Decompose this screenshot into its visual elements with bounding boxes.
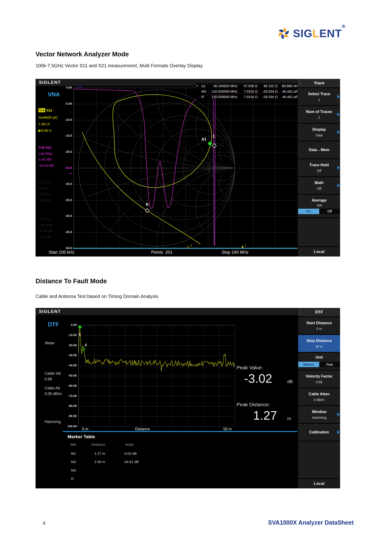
bottom-marker3-label: 3 (190, 244, 192, 247)
local-button[interactable]: Local (298, 479, 340, 488)
menu-item-num-of-traces[interactable]: Num of Traces 2 (298, 106, 340, 123)
menu-title-dtf: DTF (298, 308, 340, 316)
siglent-pinwheel-icon (277, 27, 291, 40)
menu-item-value: Hamming (312, 416, 326, 419)
menu-item-value: 2 (318, 116, 320, 119)
menu-item-select-trace[interactable]: Select Trace 1 (298, 88, 340, 105)
trace-d-entry: TrD S11 (38, 217, 51, 221)
toggle-feet[interactable]: Feet (319, 362, 340, 367)
table-cell: M3 (71, 468, 76, 472)
menu-empty-slot (298, 218, 340, 246)
dtf-y-axis: 0.00-10.00-20.00-30.00-40.00-50.00-60.00… (58, 325, 77, 426)
start-freq-label: Start 100 kHz (49, 250, 74, 255)
y-axis-tick: -80.00 (68, 404, 77, 408)
menu-item-value: Off (317, 187, 321, 190)
dtf-x-stop-label: 50 m (223, 427, 232, 431)
dtf-marker1-label: 1 (79, 332, 81, 336)
menu-item-label: Velocity Factor (306, 374, 333, 379)
menu-item-value: Off (317, 169, 321, 173)
local-button[interactable]: Local (298, 247, 340, 256)
peak-distance-unit: m (287, 416, 291, 421)
trace-c-scale: 180.00 ° (38, 192, 52, 196)
y-axis-tick: 0.00 (66, 86, 72, 89)
marker-readout-row: R 120.050000 MHz 7.0316 Ω -28.534 Ω 46.4… (196, 94, 298, 99)
siglent-logo: SIGLENT® (277, 27, 346, 40)
dtf-plot-area: 1 2 (78, 325, 235, 427)
dtf-trace (78, 329, 235, 371)
table-cell: -24.61 dB (123, 460, 139, 464)
trace-b-ref: -25.00 dB (38, 163, 54, 167)
unit-toggle: Meters Feet (298, 362, 340, 367)
menu-item-value: 1 (318, 98, 320, 102)
y-axis-tick: -70.00 (68, 394, 77, 398)
vna-screenshot: SIGLENT VNA TrA S11 Smith(R+jX) 1.00 U/ … (35, 79, 340, 256)
dtf-x-start-label: 0 m (82, 427, 88, 431)
menu-item-label: Math (315, 181, 323, 185)
cable-att-label: Cable Att (45, 386, 60, 390)
peak-value-number: -3.02 (244, 371, 272, 386)
menu-item-trace-hold[interactable]: Trace Hold Off (298, 159, 340, 176)
col-distance: Distance (91, 443, 105, 446)
marker-readout: > Δ1 36.164925 MHz 57.056 Ω 96.102 Ω 68.… (196, 83, 298, 99)
toggle-meters[interactable]: Meters (298, 362, 319, 367)
menu-item-calibration[interactable]: Calibration (298, 424, 340, 441)
stop-freq-label: Stop 240 MHz (222, 250, 249, 255)
trace-b-entry[interactable]: TrB S21 (38, 145, 52, 149)
menu-item-velocity-factor[interactable]: Velocity Factor 0.66 (298, 370, 340, 388)
y-axis-tick: -30.00 (68, 353, 77, 357)
vna-screen-brand: SIGLENT (35, 80, 61, 85)
readout-name: R (202, 95, 207, 99)
menu-item-average[interactable]: Average 100 On Off (298, 195, 340, 217)
table-cell: M1 (71, 451, 76, 456)
menu-item-stop-distance[interactable]: Stop Distance 50 m (298, 335, 340, 352)
menu-item-unit[interactable]: Unit Meters Feet (298, 353, 340, 370)
smith-chart-grid (74, 88, 298, 249)
menu-empty-slot (298, 442, 340, 478)
readout-x: -28.534 Ω (261, 90, 278, 93)
menu-item-label: Select Trace (308, 92, 330, 96)
footer-document-title: SVA1000X Analyzer DataSheet (268, 519, 354, 526)
dtf-soft-menu: DTF Start Distance 0 m Stop Distance 50 … (298, 308, 340, 488)
trace-b-scale: 5.00 dB/ (38, 157, 52, 161)
menu-item-label: Data→Mem (309, 148, 329, 152)
readout-freq: 36.164925 MHz (210, 84, 238, 88)
y-axis-tick: -25.0 (65, 166, 72, 170)
points-value: 201 (165, 250, 173, 255)
sweep-progress-bar (73, 248, 297, 249)
menu-item-value: 100 (316, 203, 322, 207)
trace-a-meas: S11 (46, 108, 52, 112)
menu-item-cable-atten[interactable]: Cable Atten 0 dB/m (298, 388, 340, 405)
menu-item-label: Cable Atten (308, 392, 329, 396)
menu-title-trace: Trace (298, 79, 340, 87)
trace-s21-logmag (74, 89, 297, 245)
page-number: 4 (43, 520, 45, 526)
section1-title: Vector Network Analyzer Mode (35, 51, 129, 58)
marker-readout-row: M3 120.050000 MHz 7.0316 Ω -28.534 Ω 46.… (196, 89, 298, 94)
trace-a-scale: 1.00 U/ (38, 122, 50, 126)
readout-freq: 120.050000 MHz (210, 95, 238, 99)
menu-item-data-to-mem[interactable]: Data→Mem (298, 141, 340, 159)
marker-1-diamond (212, 144, 216, 148)
trace-b-ref-triangle: ▲ (69, 171, 72, 174)
y-axis-tick: -90.00 (68, 414, 77, 418)
table-cell: -3.02 dB (123, 451, 137, 456)
marker-r-label: R (146, 202, 149, 207)
menu-grip-icon (299, 81, 300, 85)
menu-item-window[interactable]: Window Hamming (298, 406, 340, 423)
trace-d-ref: 0.00 dB (38, 235, 51, 239)
dtf-screenshot: SIGLENT DTF Meter Cable Vel 0.66 Cable A… (35, 308, 340, 488)
y-axis-tick: -40.0 (65, 214, 72, 218)
readout-r: 7.0316 Ω (241, 90, 258, 93)
trace-a-entry[interactable]: TrA S11 (38, 108, 52, 112)
menu-item-display[interactable]: Display Data (298, 124, 340, 141)
menu-item-value: 50 m (315, 345, 323, 348)
toggle-off[interactable]: Off (319, 209, 340, 214)
y-axis-tick: -50.0 (65, 246, 72, 250)
menu-item-label: Trace Hold (309, 163, 329, 167)
menu-item-start-distance[interactable]: Start Distance 0 m (298, 317, 340, 334)
menu-item-math[interactable]: Math Off (298, 177, 340, 194)
toggle-on[interactable]: On (298, 209, 319, 214)
vna-plot-area: Δ1 1 R (73, 88, 298, 249)
readout-name: M3 (202, 90, 207, 93)
menu-item-label: Display (312, 127, 326, 132)
